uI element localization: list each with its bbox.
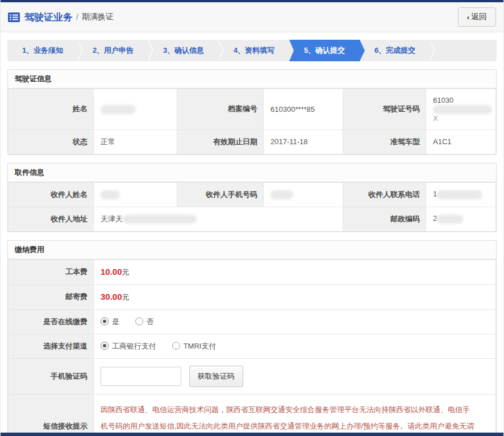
license-no-prefix: 61030 bbox=[433, 96, 453, 104]
breadcrumb-section: 驾驶证业务 bbox=[24, 11, 73, 24]
step-5-confirm-submit[interactable]: 5、确认提交 bbox=[289, 40, 360, 61]
online-payment-options: 是 否 bbox=[94, 309, 496, 334]
recipient-phone-prefix: 1 bbox=[433, 190, 437, 198]
document-list-icon bbox=[8, 12, 20, 22]
redacted-recipient-mobile bbox=[270, 190, 293, 199]
back-button[interactable]: ‹ 返回 bbox=[458, 7, 496, 27]
table-row: 收件人地址 天津天 邮政编码 2 bbox=[9, 207, 496, 231]
cost-fee-amount: 10.00 bbox=[101, 267, 122, 276]
payment-channel-label: 选择支付渠道 bbox=[9, 334, 94, 358]
file-no-value: 610300****85 bbox=[264, 89, 343, 130]
sms-notice-cell: 因陕西省联通、电信运营商技术问题，陕西省互联网交通安全综合服务管理平台无法向持陕… bbox=[94, 394, 496, 436]
license-info-section: 驾驶证信息 姓名 档案编号 610300****85 驾驶证号码 61030X … bbox=[7, 69, 497, 155]
redacted-postal-code bbox=[437, 215, 463, 224]
payment-section: 缴纳费用 工本费 10.00元 邮寄费 30.00元 是否在线缴费 是 否 选择… bbox=[7, 240, 497, 436]
sms-code-label: 手机验证码 bbox=[9, 358, 94, 394]
back-button-label: 返回 bbox=[471, 12, 487, 22]
license-no-value: 61030X bbox=[426, 89, 496, 130]
status-label: 状态 bbox=[9, 129, 94, 154]
cost-fee-currency: 元 bbox=[122, 268, 130, 276]
back-chevron-icon: ‹ bbox=[467, 13, 469, 22]
recipient-mobile-value bbox=[264, 182, 343, 207]
tmri-pay-radio[interactable] bbox=[172, 342, 180, 350]
payment-table: 工本费 10.00元 邮寄费 30.00元 是否在线缴费 是 否 选择支付渠道 … bbox=[8, 259, 496, 436]
redacted-recipient-phone bbox=[437, 190, 482, 199]
step-navigation: 1、业务须知 2、用户申告 3、确认信息 4、资料填写 5、确认提交 6、完成提… bbox=[7, 40, 497, 61]
step-2-user-declaration[interactable]: 2、用户申告 bbox=[78, 40, 148, 61]
redacted-recipient-address bbox=[123, 215, 197, 224]
table-row: 是否在线缴费 是 否 bbox=[9, 309, 496, 334]
recipient-address-value: 天津天 bbox=[94, 207, 343, 231]
status-value: 正常 bbox=[94, 129, 177, 154]
redacted-name bbox=[101, 105, 136, 114]
icbc-pay-label[interactable]: 工商银行支付 bbox=[112, 342, 156, 350]
license-info-table: 姓名 档案编号 610300****85 驾驶证号码 61030X 状态 正常 … bbox=[8, 89, 496, 154]
pickup-section-title: 取件信息 bbox=[8, 164, 496, 182]
postage-fee-amount: 30.00 bbox=[101, 292, 122, 301]
step-1-business-notes[interactable]: 1、业务须知 bbox=[7, 40, 78, 61]
recipient-mobile-label: 收件人手机号码 bbox=[177, 182, 264, 207]
redacted-license-no bbox=[433, 105, 492, 114]
sms-notice-text: 因陕西省联通、电信运营商技术问题，陕西省互联网交通安全综合服务管理平台无法向持陕… bbox=[101, 401, 490, 436]
postal-code-value: 2 bbox=[426, 207, 496, 231]
recipient-name-label: 收件人姓名 bbox=[9, 182, 94, 207]
postal-code-prefix: 2 bbox=[433, 214, 437, 223]
table-row: 手机验证码 获取验证码 bbox=[9, 358, 496, 394]
online-yes-label[interactable]: 是 bbox=[112, 317, 119, 326]
sms-code-input[interactable] bbox=[101, 367, 181, 386]
license-section-title: 驾驶证信息 bbox=[8, 70, 496, 89]
online-no-radio[interactable] bbox=[135, 317, 143, 325]
table-row: 状态 正常 有效期止日期 2017-11-18 准驾车型 A1C1 bbox=[9, 129, 496, 154]
recipient-address-label: 收件人地址 bbox=[9, 207, 94, 231]
step-3-confirm-info[interactable]: 3、确认信息 bbox=[148, 40, 219, 61]
table-row: 选择支付渠道 工商银行支付 TMRI支付 bbox=[9, 334, 496, 358]
table-row: 工本费 10.00元 bbox=[9, 259, 496, 284]
license-no-label: 驾驶证号码 bbox=[343, 89, 426, 130]
sms-notice-label: 短信接收提示 bbox=[9, 394, 94, 436]
payment-section-title: 缴纳费用 bbox=[8, 241, 496, 259]
recipient-address-prefix: 天津天 bbox=[101, 215, 123, 223]
vehicle-type-label: 准驾车型 bbox=[343, 129, 426, 154]
recipient-phone-value: 1 bbox=[426, 182, 496, 207]
expiry-value: 2017-11-18 bbox=[264, 129, 343, 154]
table-row: 收件人姓名 收件人手机号码 收件人联系电话 1 bbox=[9, 182, 496, 207]
pickup-info-table: 收件人姓名 收件人手机号码 收件人联系电话 1 收件人地址 天津天 邮政编码 2 bbox=[8, 182, 496, 232]
name-value bbox=[94, 89, 177, 130]
name-label: 姓名 bbox=[9, 89, 94, 130]
postal-code-label: 邮政编码 bbox=[343, 207, 426, 231]
table-row: 姓名 档案编号 610300****85 驾驶证号码 61030X bbox=[9, 89, 496, 130]
pickup-info-section: 取件信息 收件人姓名 收件人手机号码 收件人联系电话 1 收件人地址 天津天 邮… bbox=[7, 163, 497, 232]
payment-channel-options: 工商银行支付 TMRI支付 bbox=[94, 334, 496, 358]
tmri-pay-label[interactable]: TMRI支付 bbox=[184, 342, 216, 350]
icbc-pay-radio[interactable] bbox=[101, 342, 109, 350]
online-payment-label: 是否在线缴费 bbox=[9, 309, 94, 334]
recipient-phone-label: 收件人联系电话 bbox=[343, 182, 426, 207]
step-4-fill-data[interactable]: 4、资料填写 bbox=[219, 40, 289, 61]
expiry-label: 有效期止日期 bbox=[177, 129, 264, 154]
vehicle-type-value: A1C1 bbox=[426, 129, 496, 154]
breadcrumb-page: 期满换证 bbox=[82, 12, 114, 22]
redacted-recipient-name bbox=[101, 190, 120, 199]
page-header: 驾驶证业务 / 期满换证 ‹ 返回 bbox=[1, 2, 503, 32]
postage-fee-currency: 元 bbox=[122, 293, 130, 301]
recipient-name-value bbox=[94, 182, 177, 207]
get-code-button[interactable]: 获取验证码 bbox=[189, 366, 243, 387]
file-no-label: 档案编号 bbox=[177, 89, 264, 130]
breadcrumb-separator: / bbox=[76, 12, 78, 22]
cost-fee-label: 工本费 bbox=[9, 259, 94, 284]
table-row: 短信接收提示 因陕西省联通、电信运营商技术问题，陕西省互联网交通安全综合服务管理… bbox=[9, 394, 496, 436]
postage-fee-value: 30.00元 bbox=[94, 284, 496, 309]
postage-fee-label: 邮寄费 bbox=[9, 284, 94, 309]
online-no-label[interactable]: 否 bbox=[147, 317, 154, 326]
sms-code-row: 获取验证码 bbox=[94, 358, 496, 394]
table-row: 邮寄费 30.00元 bbox=[9, 284, 496, 309]
license-no-suffix: X bbox=[433, 114, 438, 123]
step-6-complete-submit[interactable]: 6、完成提交 bbox=[360, 40, 430, 61]
bottom-navy-bar bbox=[1, 433, 503, 436]
online-yes-radio[interactable] bbox=[101, 317, 109, 325]
cost-fee-value: 10.00元 bbox=[94, 259, 496, 284]
